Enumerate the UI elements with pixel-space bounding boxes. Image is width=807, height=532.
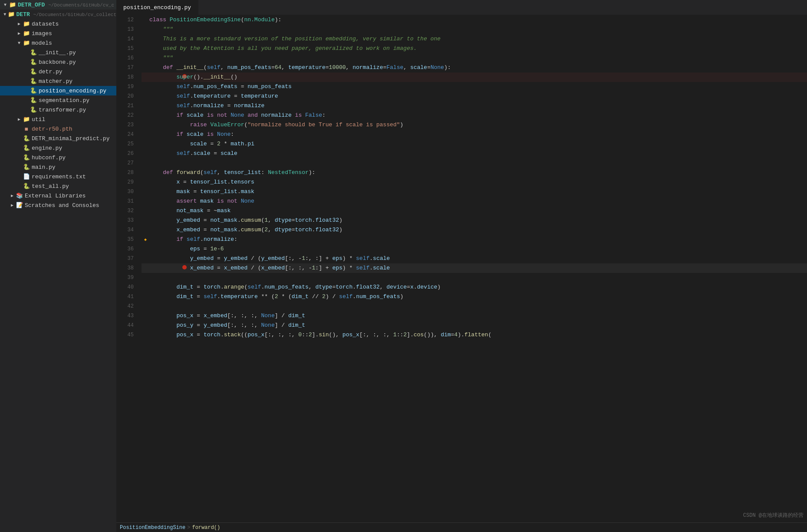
sidebar-label-util: util [32, 116, 45, 123]
sidebar-label-backbone: backbone.py [39, 59, 76, 66]
expand-arrow: ▶ [16, 31, 23, 36]
code-line-30: mask = tensor_list.mask [142, 187, 807, 197]
sidebar-item-engine[interactable]: 🐍 engine.py [0, 143, 116, 153]
code-line-45: pos_x = torch.stack((pos_x[:, :, :, 0::2… [142, 330, 807, 340]
line-num: 20 [116, 92, 134, 101]
folder-icon: 📁 [23, 116, 30, 123]
breadcrumb: PositionEmbeddingSine > forward() [116, 522, 807, 532]
sidebar-item-transformer[interactable]: 🐍 transformer.py [0, 105, 116, 115]
code-line-33: y_embed = not_mask.cumsum(1, dtype=torch… [142, 216, 807, 225]
sidebar-item-hubconf[interactable]: 🐍 hubconf.py [0, 153, 116, 162]
py-icon: 🐍 [30, 49, 37, 56]
sidebar-label-scratches: Scratches and Consoles [25, 202, 99, 209]
sidebar-item-util[interactable]: ▶ 📁 util [0, 115, 116, 124]
line-num: 22 [116, 111, 134, 120]
sidebar-item-main[interactable]: 🐍 main.py [0, 162, 116, 172]
sidebar-item-images[interactable]: ▶ 📁 images [0, 29, 116, 38]
code-line-24: if scale is None: [142, 130, 807, 139]
code-line-16: """ [142, 53, 807, 63]
no-arrow [16, 136, 23, 141]
code-line-40: dim_t = torch.arange(self.num_pos_feats,… [142, 282, 807, 292]
sidebar-label-position-encoding: position_encoding.py [39, 88, 106, 94]
line-num: 38 [116, 263, 134, 273]
pth-icon: ◼ [23, 125, 30, 132]
sidebar-item-datasets[interactable]: ▶ 📁 datasets [0, 19, 116, 29]
sidebar-item-external-libs[interactable]: ▶ 📚 External Libraries [0, 191, 116, 200]
breadcrumb-sep: > [187, 525, 190, 531]
lib-icon: 📚 [16, 192, 23, 199]
code-line-34: x_embed = not_mask.cumsum(2, dtype=torch… [142, 225, 807, 235]
line-num: 19 [116, 82, 134, 92]
watermark-text: CSDN @在地球谈路的经营 [743, 512, 804, 519]
line-num: 26 [116, 149, 134, 158]
py-icon: 🐍 [23, 135, 30, 142]
code-line-18: super().__init__() [142, 72, 807, 82]
code-line-43: pos_x = x_embed[:, :, :, None] / dim_t [142, 311, 807, 321]
line-num: 15 [116, 44, 134, 53]
code-line-32: not_mask = ~mask [142, 206, 807, 216]
expand-arrow: ▶ [9, 193, 16, 198]
code-line-17: def __init__(self, num_pos_feats=64, tem… [142, 63, 807, 72]
sidebar-label-matcher: matcher.py [39, 78, 72, 85]
code-line-36: eps = 1e-6 [142, 244, 807, 254]
code-line-29: x = tensor_list.tensors [142, 177, 807, 187]
tab-position-encoding[interactable]: position_encoding.py [116, 0, 198, 15]
sidebar-label-detr-minimal: DETR_minimal_predict.py [32, 135, 109, 142]
sidebar-label-models: models [32, 40, 52, 46]
no-arrow [16, 165, 23, 170]
code-content[interactable]: class PositionEmbeddingSine(nn.Module): … [138, 15, 807, 522]
code-line-14: This is a more standard version of the p… [142, 34, 807, 44]
line-num: 42 [116, 302, 134, 311]
line-num: 29 [116, 177, 134, 187]
sidebar-label-test-all: test_all.py [32, 183, 69, 190]
sidebar-label-detr-py: detr.py [39, 69, 63, 75]
sidebar-label-datasets: datasets [32, 21, 59, 27]
expand-arrow: ▶ [16, 117, 23, 122]
code-line-42 [142, 302, 807, 311]
sidebar-item-detr-ofd[interactable]: ▼ 📁 DETR_OFD ~/Documents/GitHub/cv_c [0, 0, 116, 10]
sidebar-item-segmentation[interactable]: 🐍 segmentation.py [0, 95, 116, 105]
sidebar-item-requirements[interactable]: 📄 requirements.txt [0, 172, 116, 181]
line-num: 24 [116, 130, 134, 139]
sidebar-item-test-all[interactable]: 🐍 test_all.py [0, 181, 116, 191]
sidebar-item-detr-minimal[interactable]: 🐍 DETR_minimal_predict.py [0, 134, 116, 143]
sidebar-item-position-encoding[interactable]: 🐍 position_encoding.py [0, 86, 116, 95]
code-line-27 [142, 158, 807, 168]
scratch-icon: 📝 [16, 202, 23, 209]
folder-icon: 📁 [23, 39, 30, 46]
sidebar-item-detr-pth[interactable]: ◼ detr-r50.pth [0, 124, 116, 134]
py-icon: 🐍 [30, 106, 37, 113]
no-arrow [16, 184, 23, 189]
breadcrumb-class: PositionEmbeddingSine [120, 525, 185, 531]
code-line-12: class PositionEmbeddingSine(nn.Module): [142, 15, 807, 25]
code-line-23: raise ValueError("normalize should be Tr… [142, 120, 807, 130]
sidebar-label-init: __init__.py [39, 49, 76, 56]
collapse-arrow: ▼ [2, 3, 9, 7]
code-line-19: self.num_pos_feats = num_pos_feats [142, 82, 807, 92]
no-arrow [23, 50, 30, 55]
sidebar-item-matcher[interactable]: 🐍 matcher.py [0, 76, 116, 86]
code-line-28: def forward(self, tensor_list: NestedTen… [142, 168, 807, 177]
line-num: 31 [116, 197, 134, 206]
line-num: 45 [116, 330, 134, 340]
sidebar-item-backbone[interactable]: 🐍 backbone.py [0, 57, 116, 67]
sidebar-label-images: images [32, 30, 52, 37]
line-num: 18 [116, 72, 134, 82]
code-line-38: x_embed = x_embed / (x_embed[:, :, -1:] … [142, 263, 807, 273]
sidebar-label-detr-pth: detr-r50.pth [32, 126, 72, 132]
expand-arrow: ▶ [16, 21, 23, 26]
sidebar-label-external-libs: External Libraries [25, 193, 86, 199]
sidebar-item-detr[interactable]: ▼ 📁 DETR ~/Documents/GitHub/cv_collect [0, 10, 116, 19]
line-num: 27 [116, 158, 134, 168]
code-line-35: ◆ if self.normalize: [142, 235, 807, 244]
sidebar-item-scratches[interactable]: ▶ 📝 Scratches and Consoles [0, 200, 116, 210]
py-icon: 🐍 [30, 59, 37, 66]
sidebar-item-detr-py[interactable]: 🐍 detr.py [0, 67, 116, 76]
line-num: 35 [116, 235, 134, 244]
no-arrow [16, 127, 23, 131]
line-num: 34 [116, 225, 134, 235]
sidebar-item-models[interactable]: ▼ 📁 models [0, 38, 116, 48]
py-icon: 🐍 [30, 68, 37, 75]
sidebar-item-init[interactable]: 🐍 __init__.py [0, 48, 116, 57]
code-line-39 [142, 273, 807, 282]
